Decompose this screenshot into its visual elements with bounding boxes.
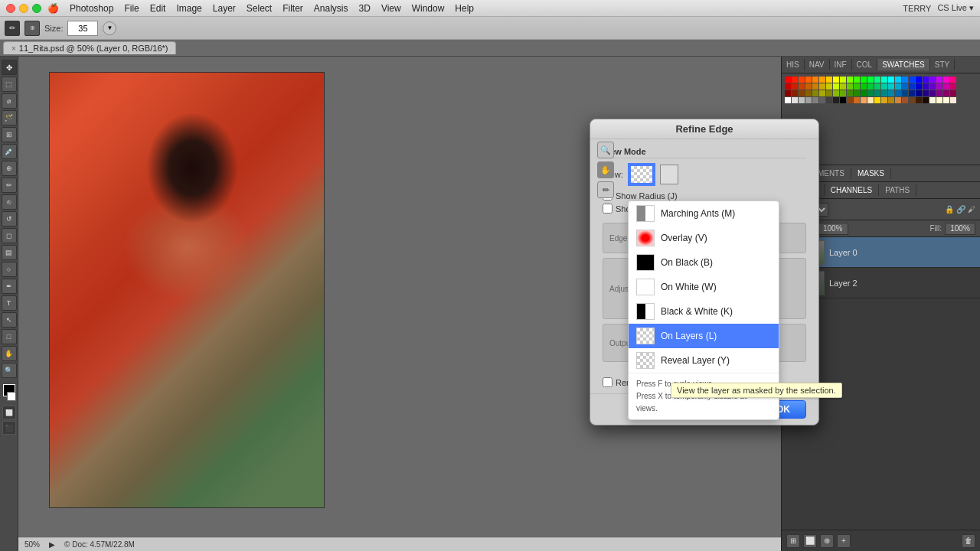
refine-hand-tool[interactable]: ✋ [597, 161, 614, 178]
swatch-color[interactable] [895, 97, 901, 103]
tool-option-2[interactable]: ⊕ [24, 21, 40, 36]
swatch-color[interactable] [792, 77, 798, 83]
swatch-color[interactable] [812, 90, 818, 96]
swatch-color[interactable] [833, 97, 839, 103]
swatch-color[interactable] [792, 90, 798, 96]
swatch-color[interactable] [881, 83, 887, 90]
swatch-color[interactable] [805, 77, 812, 83]
tab-close-icon[interactable]: × [11, 44, 16, 53]
swatch-color[interactable] [812, 97, 818, 103]
swatch-color[interactable] [861, 90, 867, 96]
menu-layer[interactable]: Layer [213, 3, 236, 14]
swatch-color[interactable] [943, 97, 949, 103]
hand-tool[interactable]: ✋ [2, 346, 17, 361]
swatch-color[interactable] [792, 83, 798, 90]
clone-tool[interactable]: ⎋ [2, 194, 17, 210]
swatch-color[interactable] [854, 97, 860, 103]
swatch-color[interactable] [867, 97, 874, 103]
opacity-input[interactable] [818, 223, 848, 235]
swatch-color[interactable] [874, 83, 880, 90]
channels-tab[interactable]: CHANNELS [825, 184, 879, 196]
swatch-color[interactable] [929, 90, 936, 96]
crop-tool[interactable]: ⊞ [2, 127, 17, 142]
swatch-color[interactable] [854, 90, 860, 96]
size-dropdown[interactable]: ▼ [103, 21, 116, 35]
swatch-color[interactable] [881, 77, 887, 83]
swatch-color[interactable] [902, 77, 908, 83]
swatch-color[interactable] [916, 77, 922, 83]
menu-analysis[interactable]: Analysis [314, 3, 348, 14]
view-thumb-main[interactable] [629, 165, 654, 184]
size-input[interactable] [67, 21, 98, 36]
swatch-color[interactable] [881, 97, 887, 103]
menu-select[interactable]: Select [247, 3, 272, 14]
swatch-color[interactable] [805, 97, 812, 103]
healing-tool[interactable]: ⊕ [2, 161, 17, 176]
document-tab[interactable]: × 11_Rita.psd @ 50% (Layer 0, RGB/16*) [3, 41, 176, 54]
swatch-color[interactable] [936, 97, 942, 103]
menu-filter[interactable]: Filter [283, 3, 303, 14]
swatch-color[interactable] [854, 83, 860, 90]
swatch-color[interactable] [785, 77, 791, 83]
screen-mode-btn[interactable]: ⬛ [2, 421, 16, 435]
dropdown-item-0[interactable]: Marching Ants (M) [629, 201, 779, 226]
swatch-color[interactable] [785, 83, 791, 90]
menu-3d[interactable]: 3D [359, 3, 371, 14]
adjustment-btn[interactable]: ⊕ [820, 534, 834, 548]
swatch-color[interactable] [826, 90, 832, 96]
swatch-color[interactable] [923, 97, 929, 103]
swatch-color[interactable] [840, 83, 846, 90]
menu-photoshop[interactable]: Photoshop [70, 3, 113, 14]
menu-window[interactable]: Window [412, 3, 445, 14]
swatch-color[interactable] [812, 83, 818, 90]
swatch-color[interactable] [840, 97, 846, 103]
tab-inf[interactable]: INF [830, 59, 852, 70]
background-color[interactable] [7, 392, 16, 401]
swatch-color[interactable] [895, 90, 901, 96]
paths-tab[interactable]: PATHS [879, 184, 916, 196]
swatch-color[interactable] [916, 90, 922, 96]
swatch-color[interactable] [826, 77, 832, 83]
show-original-checkbox[interactable] [603, 204, 612, 214]
remember-settings-checkbox[interactable] [603, 377, 612, 387]
swatch-color[interactable] [826, 83, 832, 90]
quick-mask-btn[interactable]: ⬜ [2, 406, 16, 419]
swatch-color[interactable] [950, 90, 956, 96]
close-button[interactable] [6, 4, 15, 13]
shape-tool[interactable]: □ [2, 329, 17, 344]
zoom-tool[interactable]: 🔍 [2, 363, 17, 378]
swatch-color[interactable] [888, 97, 894, 103]
text-tool[interactable]: T [2, 295, 17, 311]
dropdown-item-4[interactable]: Black & White (K) [629, 299, 779, 324]
swatch-color[interactable] [799, 97, 805, 103]
swatch-color[interactable] [936, 77, 942, 83]
swatch-color[interactable] [936, 90, 942, 96]
swatch-color[interactable] [916, 97, 922, 103]
dropdown-item-5[interactable]: On Layers (L) [629, 324, 779, 348]
swatch-color[interactable] [888, 90, 894, 96]
dropdown-item-2[interactable]: On Black (B) [629, 250, 779, 275]
dropdown-item-1[interactable]: Overlay (V) [629, 226, 779, 250]
swatch-color[interactable] [943, 77, 949, 83]
swatch-color[interactable] [847, 97, 853, 103]
tab-his[interactable]: HIS [782, 59, 805, 70]
swatch-color[interactable] [888, 83, 894, 90]
swatch-color[interactable] [895, 83, 901, 90]
swatch-color[interactable] [854, 77, 860, 83]
swatch-color[interactable] [923, 83, 929, 90]
swatch-color[interactable] [929, 83, 936, 90]
apple-menu[interactable]: 🍎 [47, 3, 59, 14]
swatch-color[interactable] [826, 97, 832, 103]
swatch-color[interactable] [909, 90, 915, 96]
path-select-tool[interactable]: ↖ [2, 312, 17, 328]
swatch-color[interactable] [950, 97, 956, 103]
swatch-color[interactable] [867, 77, 874, 83]
delete-layer-btn[interactable]: 🗑 [962, 534, 975, 548]
masks-tab[interactable]: MASKS [851, 168, 891, 179]
swatch-color[interactable] [916, 83, 922, 90]
pen-tool[interactable]: ✒ [2, 279, 17, 294]
swatch-color[interactable] [881, 90, 887, 96]
swatch-color[interactable] [902, 83, 908, 90]
dropdown-item-3[interactable]: On White (W) [629, 275, 779, 299]
swatch-color[interactable] [847, 90, 853, 96]
